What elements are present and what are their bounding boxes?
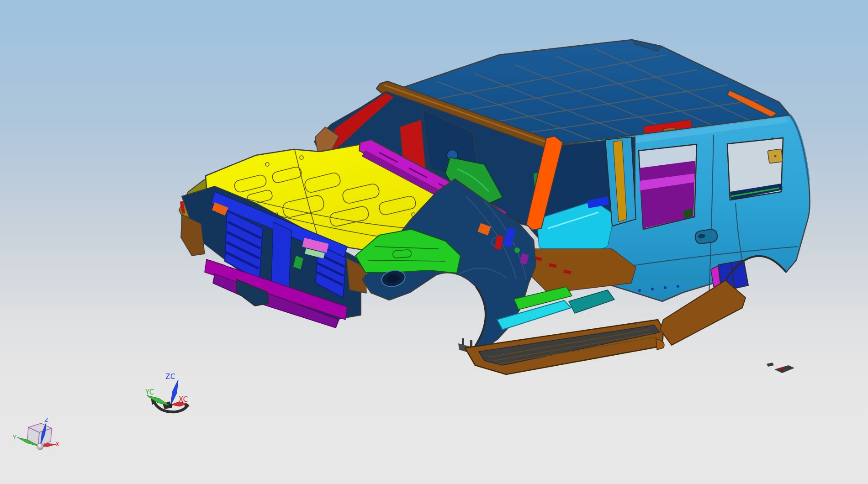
gnomon-y-label: Y <box>12 434 16 441</box>
quarter-window-opening <box>727 138 783 200</box>
wcs-zc-label: ZC <box>165 373 175 381</box>
wcs-zc-axis[interactable] <box>171 380 178 405</box>
gnomon-x-label: X <box>55 441 59 447</box>
gnomon-z-label: Z <box>44 416 48 423</box>
gnomon-origin-sphere[interactable] <box>37 443 43 450</box>
wcs-yc-label: YC <box>145 388 154 396</box>
cad-graphics-window[interactable]: ZC YC XC Z Y X <box>0 0 868 484</box>
rear-door-window-opening <box>639 144 697 229</box>
wcs-triad[interactable]: ZC YC XC <box>145 373 190 412</box>
view-orientation-gnomon[interactable]: Z Y X <box>12 416 59 450</box>
loose-fastener-parts[interactable] <box>767 363 794 373</box>
wcs-xc-label: XC <box>179 395 188 404</box>
car-body-model[interactable] <box>179 40 810 374</box>
wcs-yc-axis[interactable] <box>147 395 169 405</box>
